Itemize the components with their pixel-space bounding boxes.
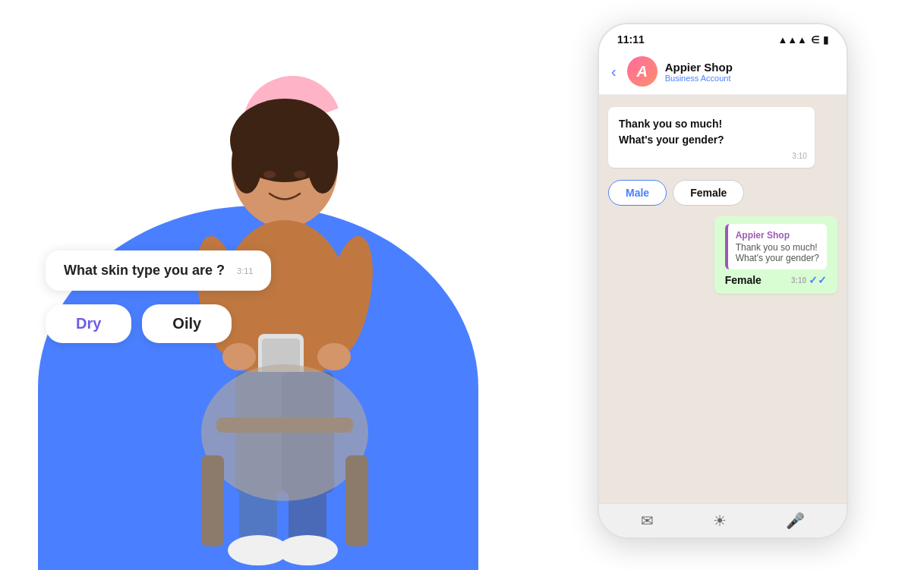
- shop-subtitle: Business Account: [665, 74, 733, 83]
- mic-icon[interactable]: 🎤: [786, 512, 805, 530]
- skin-type-question-bubble: What skin type you are ? 3:11: [46, 250, 271, 291]
- shop-name: Appier Shop: [665, 61, 733, 74]
- status-time: 11:11: [617, 33, 645, 46]
- left-chat-container: What skin type you are ? 3:11 Dry Oily: [46, 250, 271, 343]
- skin-type-options: Dry Oily: [46, 304, 271, 343]
- camera-icon[interactable]: ☀: [713, 512, 727, 530]
- question-timestamp: 3:11: [237, 266, 253, 276]
- sent-time: 3:10: [791, 276, 806, 285]
- chat-area: Thank you so much!What's your gender? 3:…: [599, 95, 847, 503]
- quoted-author: Appier Shop: [736, 230, 819, 241]
- svg-rect-24: [216, 417, 353, 433]
- read-checkmarks: ✓✓: [809, 274, 827, 286]
- phone-mockup: 11:11 ▲▲▲ ∈ ▮ ‹ A Appier Shop Business A…: [598, 23, 848, 539]
- battery-icon: ▮: [823, 34, 828, 46]
- svg-point-9: [317, 343, 351, 370]
- status-icons: ▲▲▲ ∈ ▮: [777, 34, 828, 46]
- status-bar: 11:11 ▲▲▲ ∈ ▮: [599, 24, 847, 50]
- sticker-icon[interactable]: ✉: [641, 512, 654, 530]
- svg-rect-23: [345, 455, 368, 546]
- quoted-message: Appier Shop Thank you so much!What's you…: [725, 224, 827, 269]
- shop-info: Appier Shop Business Account: [665, 61, 733, 83]
- quoted-text: Thank you so much!What's your gender?: [736, 242, 819, 263]
- incoming-message: Thank you so much!What's your gender? 3:…: [608, 107, 815, 168]
- svg-point-20: [294, 171, 306, 178]
- sent-reply: Female 3:10 ✓✓: [725, 274, 827, 286]
- female-option[interactable]: Female: [673, 180, 744, 206]
- back-button[interactable]: ‹: [611, 63, 617, 80]
- msg-text: Thank you so much!What's your gender?: [619, 116, 804, 159]
- svg-point-8: [222, 343, 256, 370]
- male-option[interactable]: Male: [608, 180, 667, 206]
- sent-message-container: Appier Shop Thank you so much!What's you…: [714, 216, 837, 294]
- oily-option-button[interactable]: Oily: [142, 304, 232, 343]
- shop-avatar: A: [627, 56, 658, 87]
- svg-point-2: [232, 133, 262, 194]
- wifi-icon: ∈: [811, 34, 819, 46]
- svg-point-18: [277, 535, 338, 565]
- chat-footer: ✉ ☀ 🎤: [599, 503, 847, 537]
- svg-rect-22: [201, 455, 224, 546]
- msg-time: 3:10: [792, 150, 806, 162]
- gender-options: Male Female: [608, 180, 837, 206]
- dry-option-button[interactable]: Dry: [46, 304, 131, 343]
- svg-point-19: [263, 171, 276, 178]
- chat-header: ‹ A Appier Shop Business Account: [599, 50, 847, 95]
- signal-icon: ▲▲▲: [777, 34, 807, 46]
- svg-point-3: [307, 133, 338, 194]
- question-text: What skin type you are ?: [64, 263, 225, 279]
